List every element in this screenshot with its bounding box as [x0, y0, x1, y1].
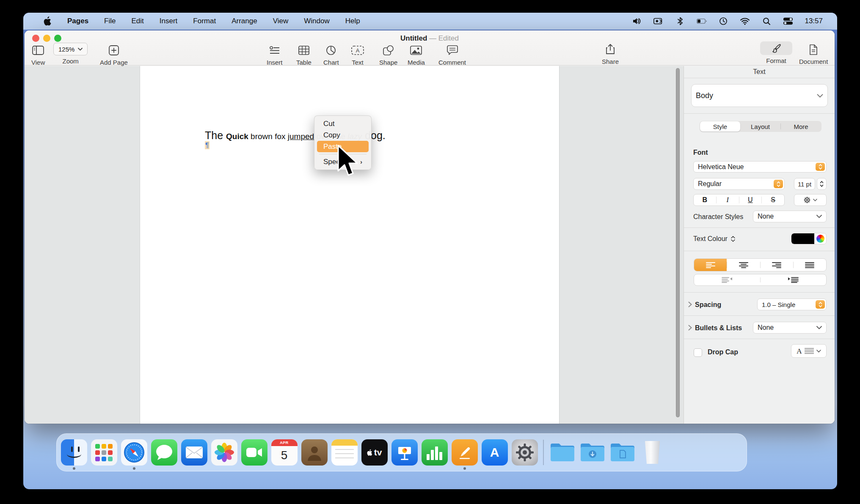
tab-style[interactable]: Style	[700, 121, 740, 131]
paragraph-style-dropdown[interactable]: Body	[691, 84, 828, 107]
spotlight-icon[interactable]	[761, 17, 772, 25]
battery-icon[interactable]	[697, 17, 707, 25]
dock-system-settings[interactable]	[510, 433, 540, 471]
drop-cap-style-dropdown[interactable]: A	[791, 344, 827, 358]
media-button[interactable]: Media	[408, 44, 425, 66]
chart-icon	[326, 44, 336, 57]
calendar-month: APR	[280, 441, 289, 445]
bluetooth-icon[interactable]	[675, 17, 685, 25]
chevron-down-icon	[78, 48, 83, 51]
app-store-icon: A	[482, 439, 508, 466]
menu-bar-clock[interactable]: 13:57	[805, 17, 823, 25]
font-family-dropdown[interactable]: Helvetica Neue	[693, 161, 827, 173]
document-button[interactable]: Document	[799, 43, 828, 65]
bullets-lists-label[interactable]: Bullets & Lists	[695, 324, 742, 332]
menu-insert[interactable]: Insert	[160, 17, 178, 25]
format-button[interactable]: Format	[760, 41, 792, 64]
time-machine-icon[interactable]	[718, 17, 728, 25]
apple-tv-icon: tv	[361, 439, 388, 466]
dock-downloads-folder[interactable]	[577, 433, 607, 471]
menu-format[interactable]: Format	[193, 17, 216, 25]
spacing-label[interactable]: Spacing	[695, 301, 721, 309]
decrease-indent-button[interactable]	[694, 274, 760, 285]
running-indicator	[73, 467, 75, 470]
dock-documents-folder[interactable]	[607, 433, 637, 471]
add-page-button[interactable]: Add Page	[100, 44, 128, 66]
folder-icon	[549, 439, 576, 466]
dock-photos[interactable]	[209, 433, 239, 471]
dock-facetime[interactable]	[239, 433, 269, 471]
menu-pages[interactable]: Pages	[67, 17, 88, 25]
zoom-value: 125%	[58, 46, 74, 53]
apple-menu-icon[interactable]	[44, 16, 52, 26]
dock-pages[interactable]	[449, 433, 480, 471]
chevron-down-icon	[813, 199, 817, 201]
text-colour-well[interactable]	[791, 233, 827, 244]
control-center-icon[interactable]	[783, 17, 793, 25]
vertical-scrollbar[interactable]	[676, 68, 680, 417]
strikethrough-button[interactable]: S	[762, 194, 784, 205]
chart-button[interactable]: Chart	[323, 44, 339, 66]
character-styles-dropdown[interactable]: None	[753, 211, 827, 222]
bold-button[interactable]: B	[694, 194, 716, 205]
colour-swatch-black[interactable]	[791, 233, 814, 244]
text-button[interactable]: A Text	[351, 44, 364, 66]
volume-icon[interactable]	[632, 17, 642, 25]
font-weight-dropdown[interactable]: Regular	[693, 178, 785, 190]
dock-trash[interactable]	[637, 433, 667, 471]
text-jumped-underlined: jumped	[288, 132, 314, 141]
share-button[interactable]: Share	[602, 43, 619, 65]
wifi-icon[interactable]	[740, 17, 750, 25]
context-menu-cut[interactable]: Cut	[317, 118, 369, 129]
menu-window[interactable]: Window	[304, 17, 329, 25]
dock-safari[interactable]	[119, 433, 149, 471]
tab-layout[interactable]: Layout	[740, 121, 780, 131]
font-size-field[interactable]: 11 pt	[794, 178, 815, 190]
menu-edit[interactable]: Edit	[132, 17, 144, 25]
increase-indent-button[interactable]	[761, 274, 827, 285]
zoom-control[interactable]: 125% Zoom	[53, 43, 88, 65]
dock-app-store[interactable]: A	[480, 433, 510, 471]
menu-help[interactable]: Help	[345, 17, 360, 25]
window-title: Untitled — Edited	[25, 34, 835, 43]
screen-mirroring-icon[interactable]	[653, 17, 664, 25]
table-button[interactable]: Table	[296, 44, 311, 66]
advanced-options-button[interactable]	[794, 194, 827, 206]
align-center-button[interactable]	[727, 259, 760, 271]
menu-view[interactable]: View	[273, 17, 289, 25]
align-left-button[interactable]	[694, 259, 727, 271]
dock-keynote[interactable]	[389, 433, 419, 471]
dock-apple-tv[interactable]: tv	[359, 433, 389, 471]
bullets-disclosure-icon[interactable]	[688, 325, 692, 331]
comment-button[interactable]: Comment	[438, 44, 466, 66]
drop-cap-checkbox[interactable]	[694, 348, 702, 357]
dock-mail[interactable]	[179, 433, 209, 471]
dock-finder[interactable]	[59, 433, 89, 471]
italic-button[interactable]: I	[717, 194, 739, 205]
dock-calendar[interactable]: APR 5	[269, 433, 299, 471]
trash-icon	[639, 439, 666, 466]
dock-messages[interactable]	[149, 433, 179, 471]
view-button[interactable]: View	[31, 44, 45, 66]
shape-button[interactable]: Shape	[379, 44, 397, 66]
insert-button[interactable]: Insert	[267, 44, 283, 66]
colour-wheel-button[interactable]	[814, 233, 826, 244]
dock-launchpad[interactable]	[89, 433, 119, 471]
tab-more[interactable]: More	[781, 121, 821, 131]
selected-pilcrow[interactable]: ¶	[205, 141, 209, 149]
dock-contacts[interactable]	[299, 433, 329, 471]
spacing-disclosure-icon[interactable]	[688, 301, 692, 307]
align-justify-button[interactable]	[794, 259, 826, 271]
align-right-button[interactable]	[761, 259, 793, 271]
bullets-lists-dropdown[interactable]: None	[753, 322, 827, 334]
underline-button[interactable]: U	[739, 194, 762, 205]
svg-text:A: A	[356, 47, 360, 54]
menu-arrange[interactable]: Arrange	[232, 17, 257, 25]
spacing-dropdown[interactable]: 1.0 – Single	[757, 299, 827, 310]
dock-numbers[interactable]	[419, 433, 449, 471]
menu-file[interactable]: File	[104, 17, 116, 25]
dock-notes[interactable]	[329, 433, 359, 471]
dock-folder[interactable]	[547, 433, 577, 471]
font-size-stepper[interactable]	[817, 178, 827, 190]
context-menu-copy[interactable]: Copy	[317, 129, 369, 141]
